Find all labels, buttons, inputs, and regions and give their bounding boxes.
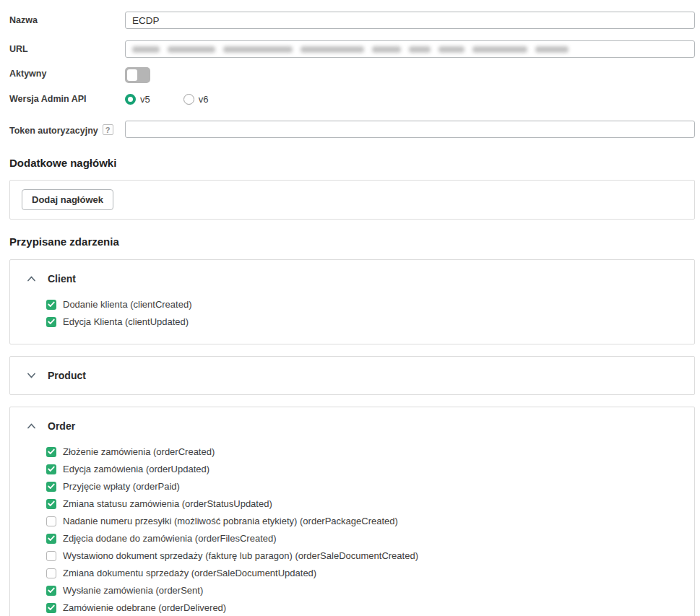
event-checkbox-item[interactable]: Zmiana dokumentu sprzedaży (orderSaleDoc… (46, 568, 683, 578)
active-label: Aktywny (9, 67, 125, 79)
radio-option-v5[interactable]: v5 (125, 94, 150, 105)
url-input[interactable] (125, 40, 695, 58)
checkbox-checked-icon[interactable] (46, 603, 56, 613)
webhook-form-page: Nazwa URL Aktywny (0, 0, 700, 616)
active-field-row: Aktywny (9, 67, 695, 83)
checkbox-checked-icon[interactable] (46, 447, 56, 457)
event-group-product: Product (9, 356, 695, 395)
url-redacted-value (132, 46, 160, 53)
event-group-title: Product (48, 370, 86, 381)
event-label: Wysłanie zamówienia (orderSent) (63, 585, 203, 596)
event-group-title: Client (48, 273, 76, 285)
event-group-header[interactable]: Order (10, 407, 694, 439)
event-label: Złożenie zamówienia (orderCreated) (63, 446, 215, 457)
event-checkbox-item[interactable]: Zmiana statusu zamówienia (orderStatusUp… (46, 498, 683, 509)
event-label: Zamówienie odebrane (orderDelivered) (63, 602, 226, 613)
event-label: Zmiana statusu zamówienia (orderStatusUp… (63, 498, 272, 509)
checkbox-checked-icon[interactable] (46, 317, 56, 327)
event-checkbox-item[interactable]: Zamówienie odebrane (orderDelivered) (46, 602, 683, 613)
headers-section-title: Dodatkowe nagłówki (9, 157, 695, 169)
chevron-up-icon[interactable] (27, 276, 35, 282)
add-header-button[interactable]: Dodaj nagłówek (22, 189, 113, 210)
event-group-title: Order (48, 420, 75, 432)
event-group-header[interactable]: Client (10, 260, 694, 292)
name-label: Nazwa (9, 12, 125, 26)
events-groups-container: Client Dodanie klienta (clientCreated) E… (9, 259, 695, 616)
token-label: Token autoryzacyjny? (9, 121, 125, 136)
active-toggle[interactable] (125, 67, 150, 83)
event-checkbox-item[interactable]: Przyjęcie wpłaty (orderPaid) (46, 481, 683, 492)
event-label: Dodanie klienta (clientCreated) (63, 299, 191, 310)
api-version-radio-group: v5 v6 (125, 92, 695, 105)
toggle-knob-icon (127, 69, 137, 81)
checkbox-checked-icon[interactable] (46, 300, 56, 310)
event-group-header[interactable]: Product (10, 357, 694, 394)
event-group-items: Dodanie klienta (clientCreated) Edycja K… (10, 292, 694, 344)
checkbox-checked-icon[interactable] (46, 499, 56, 509)
event-checkbox-item[interactable]: Zdjęcia dodane do zamówienia (orderFiles… (46, 533, 683, 544)
event-label: Zmiana dokumentu sprzedaży (orderSaleDoc… (63, 568, 316, 578)
event-label: Nadanie numeru przesyłki (możliwość pobr… (63, 516, 398, 526)
name-input[interactable] (125, 12, 695, 29)
event-checkbox-item[interactable]: Wysłanie zamówienia (orderSent) (46, 585, 683, 596)
event-group-order: Order Złożenie zamówienia (orderCreated)… (9, 407, 695, 616)
checkbox-unchecked-icon[interactable] (46, 551, 56, 561)
name-field-row: Nazwa (9, 12, 695, 29)
event-checkbox-item[interactable]: Wystawiono dokument sprzedaży (fakturę l… (46, 550, 683, 561)
url-label: URL (9, 40, 125, 55)
radio-option-v6[interactable]: v6 (183, 94, 209, 105)
api-version-label: Wersja Admin API (9, 92, 125, 105)
checkbox-checked-icon[interactable] (46, 586, 56, 596)
checkbox-unchecked-icon[interactable] (46, 516, 56, 526)
event-label: Edycja zamówienia (orderUpdated) (63, 464, 209, 474)
event-checkbox-item[interactable]: Dodanie klienta (clientCreated) (46, 299, 683, 310)
event-checkbox-item[interactable]: Edycja Klienta (clientUpdated) (46, 316, 683, 327)
event-label: Zdjęcia dodane do zamówienia (orderFiles… (63, 533, 277, 544)
checkbox-unchecked-icon[interactable] (46, 568, 56, 578)
api-version-field-row: Wersja Admin API v5 v6 (9, 92, 695, 105)
event-label: Wystawiono dokument sprzedaży (fakturę l… (63, 550, 418, 561)
event-checkbox-item[interactable]: Edycja zamówienia (orderUpdated) (46, 464, 683, 474)
event-label: Przyjęcie wpłaty (orderPaid) (63, 481, 180, 492)
radio-unselected-icon[interactable] (183, 94, 194, 105)
token-field-row: Token autoryzacyjny? (9, 121, 695, 138)
chevron-up-icon[interactable] (27, 423, 35, 429)
event-checkbox-item[interactable]: Nadanie numeru przesyłki (możliwość pobr… (46, 516, 683, 526)
event-group-items: Złożenie zamówienia (orderCreated) Edycj… (10, 439, 694, 616)
checkbox-checked-icon[interactable] (46, 482, 56, 492)
event-checkbox-item[interactable]: Złożenie zamówienia (orderCreated) (46, 446, 683, 457)
events-section-title: Przypisane zdarzenia (9, 235, 695, 248)
checkbox-checked-icon[interactable] (46, 534, 56, 544)
event-group-client: Client Dodanie klienta (clientCreated) E… (9, 259, 695, 344)
radio-selected-icon[interactable] (125, 94, 136, 105)
help-icon[interactable]: ? (103, 124, 113, 135)
event-label: Edycja Klienta (clientUpdated) (63, 316, 189, 327)
token-label-text: Token autoryzacyjny (9, 126, 98, 136)
chevron-down-icon[interactable] (27, 373, 35, 378)
radio-v6-label: v6 (199, 94, 209, 105)
url-field-row: URL (9, 40, 695, 58)
checkbox-checked-icon[interactable] (46, 464, 56, 474)
headers-panel: Dodaj nagłówek (9, 180, 695, 220)
token-input[interactable] (125, 121, 695, 138)
radio-v5-label: v5 (140, 94, 150, 105)
